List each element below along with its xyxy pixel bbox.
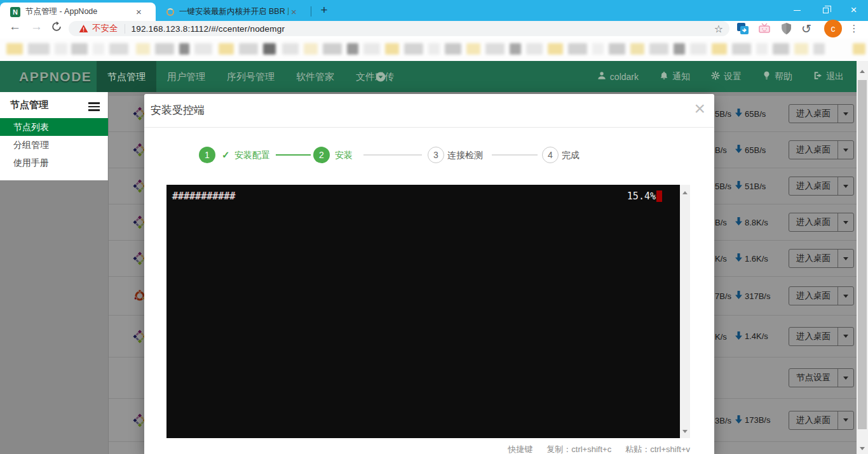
terminal-progress-value: 15.4%: [627, 190, 656, 202]
user-icon: [597, 71, 606, 82]
tab-close-icon[interactable]: ×: [136, 6, 142, 17]
browser-scrollbar[interactable]: [857, 61, 868, 454]
scroll-down-icon[interactable]: [682, 430, 688, 433]
scroll-up-icon[interactable]: [682, 191, 688, 194]
screen: N 节点管理 - AppNode × 一键安装最新内核并开启 BBR 脚 × +…: [0, 0, 868, 454]
sidebar-title: 节点管理: [10, 99, 48, 111]
appnode-logo: APPNODE: [19, 61, 92, 92]
bookmarks-bar[interactable]: [0, 39, 868, 61]
nav-settings[interactable]: 设置: [711, 71, 742, 83]
security-warning-label[interactable]: 不安全: [92, 23, 118, 34]
step-connector: [492, 154, 538, 156]
bookmark-item-blurred: [609, 43, 625, 55]
security-warning-icon[interactable]: [79, 24, 88, 33]
hints-title: 快捷键: [508, 444, 532, 454]
nav-item-2[interactable]: 用户管理: [156, 61, 216, 92]
scroll-down-icon[interactable]: [860, 447, 865, 450]
hamburger-icon[interactable]: [88, 102, 100, 113]
bookmark-item-blurred: [568, 43, 587, 55]
nav-item-1[interactable]: 节点管理: [97, 61, 156, 92]
bookmark-item-blurred: [510, 43, 521, 55]
forward-icon[interactable]: →: [31, 20, 43, 34]
step-label-3: 连接检测: [447, 150, 483, 161]
terminal-output: ###########: [172, 190, 235, 202]
bookmark-item-blurred: [155, 43, 174, 55]
tab-close-icon[interactable]: ×: [291, 6, 297, 17]
bookmark-item-blurred: [853, 43, 865, 55]
extension-history-icon[interactable]: ↺: [799, 21, 813, 36]
navbar-menu: 节点管理用户管理序列号管理软件管家文件对传: [97, 61, 405, 92]
modal-divider: [144, 127, 714, 128]
bookmark-item-blurred: [404, 43, 423, 55]
bookmark-item-blurred: [526, 43, 543, 55]
back-icon[interactable]: ←: [9, 20, 21, 34]
bookmark-item-blurred: [194, 43, 212, 55]
step-circle-3: 3: [428, 147, 444, 163]
step-circle-1: 1: [199, 147, 215, 163]
install-terminal: ########### 15.4%: [166, 185, 690, 438]
step-label-1: 安装配置: [234, 150, 270, 161]
app-navbar: APPNODE 节点管理用户管理序列号管理软件管家文件对传 coldark通知设…: [0, 61, 857, 92]
gear-icon: [711, 71, 720, 82]
url-text[interactable]: 192.168.123.8:1112/#/ccenter/nodemgr: [132, 24, 285, 34]
nav-item-3[interactable]: 序列号管理: [216, 61, 285, 92]
bookmark-item-blurred: [813, 43, 825, 55]
new-tab-button[interactable]: +: [316, 2, 332, 18]
bookmark-item-blurred: [712, 43, 727, 55]
bell-icon: [660, 71, 668, 82]
bookmark-item-blurred: [630, 43, 644, 55]
modal-close-icon[interactable]: ×: [694, 98, 705, 119]
bookmark-item-blurred: [466, 43, 480, 55]
bulb-icon: [763, 71, 771, 82]
bookmark-item-blurred: [347, 43, 358, 55]
logout-icon: [813, 71, 822, 82]
address-bar[interactable]: 不安全 192.168.123.8:1112/#/ccenter/nodemgr…: [69, 21, 729, 36]
chevron-down-icon[interactable]: [376, 72, 386, 84]
extension-tab-icon[interactable]: [736, 21, 750, 36]
bookmark-item-blurred: [71, 43, 88, 55]
nav-notifications[interactable]: 通知: [660, 71, 690, 83]
tab-active[interactable]: N 节点管理 - AppNode ×: [0, 3, 156, 21]
sidebar-item-3[interactable]: 使用手册: [0, 154, 108, 171]
tab-inactive[interactable]: 一键安装最新内核并开启 BBR 脚 ×: [160, 3, 310, 21]
nav-user[interactable]: coldark: [597, 71, 639, 82]
bookmark-item-blurred: [304, 43, 318, 55]
sidebar-item-1[interactable]: 节点列表: [0, 118, 108, 136]
window-close-button[interactable]: ×: [839, 0, 868, 20]
step-label-2: 安装: [335, 150, 353, 161]
tab-title: 一键安装最新内核并开启 BBR 脚: [179, 6, 288, 17]
nav-logout[interactable]: 退出: [813, 71, 844, 83]
sidebar-item-2[interactable]: 分组管理: [0, 136, 108, 154]
reload-icon[interactable]: [51, 21, 62, 35]
nav-help[interactable]: 帮助: [763, 71, 792, 83]
bookmark-item-blurred: [445, 43, 461, 55]
terminal-screen[interactable]: ########### 15.4%: [166, 185, 680, 438]
bookmark-item-blurred: [485, 43, 505, 55]
bookmark-item-blurred: [756, 43, 768, 55]
scroll-up-icon[interactable]: [860, 70, 865, 73]
bookmark-item-blurred: [323, 43, 342, 55]
nav-item-4[interactable]: 软件管家: [285, 61, 345, 92]
bookmark-item-blurred: [28, 43, 50, 55]
window-restore-button[interactable]: [811, 0, 840, 20]
terminal-cursor: [656, 190, 662, 202]
extension-tv-icon[interactable]: [757, 21, 771, 36]
bookmark-item-blurred: [428, 43, 440, 55]
bookmark-item-blurred: [592, 43, 604, 55]
paste-hint: 粘贴：ctrl+shift+v: [625, 444, 690, 454]
window-minimize-button[interactable]: [783, 0, 811, 20]
profile-avatar[interactable]: c: [824, 20, 842, 37]
extension-shield-icon[interactable]: [779, 21, 793, 36]
tab-divider: [311, 6, 311, 17]
bookmark-star-icon[interactable]: ☆: [714, 23, 723, 35]
bookmark-item-blurred: [732, 43, 751, 55]
terminal-scrollbar[interactable]: [680, 185, 690, 438]
bookmark-item-blurred: [136, 43, 150, 55]
browser-menu-icon[interactable]: ⋮: [848, 20, 860, 37]
bookmark-item-blurred: [93, 43, 104, 55]
scrollbar-thumb[interactable]: [858, 80, 867, 429]
browser-titlebar: N 节点管理 - AppNode × 一键安装最新内核并开启 BBR 脚 × +…: [0, 0, 868, 21]
bookmark-item-blurred: [6, 43, 23, 55]
nav-item-5[interactable]: 文件对传: [345, 61, 405, 92]
tab-title: 节点管理 - AppNode: [25, 6, 133, 17]
